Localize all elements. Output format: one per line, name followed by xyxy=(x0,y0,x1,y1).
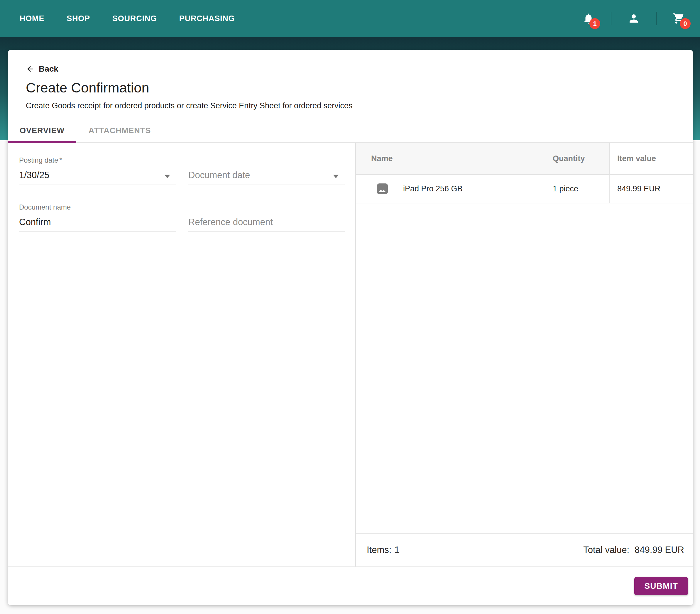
document-name-value: Confirm xyxy=(19,217,51,228)
items-count: Items: 1 xyxy=(367,545,400,555)
document-name-label: Document name xyxy=(19,203,176,212)
column-header-quantity: Quantity xyxy=(553,143,609,174)
nav-item-shop[interactable]: SHOP xyxy=(66,14,90,23)
nav-links: HOME SHOP SOURCING PURCHASING xyxy=(20,14,235,23)
product-image-icon xyxy=(377,183,388,194)
notifications-badge: 1 xyxy=(589,18,600,29)
document-date-input[interactable]: Document date xyxy=(188,168,345,185)
tab-overview[interactable]: OVERVIEW xyxy=(8,119,76,142)
submit-button[interactable]: SUBMIT xyxy=(634,577,688,595)
notifications-button[interactable]: 1 xyxy=(579,9,598,28)
posting-date-dropdown-arrow-icon[interactable] xyxy=(164,175,170,178)
top-navbar: HOME SHOP SOURCING PURCHASING 1 0 xyxy=(0,0,700,37)
table-empty-space xyxy=(356,204,693,533)
account-button[interactable] xyxy=(624,9,643,28)
submit-row: SUBMIT xyxy=(8,566,693,605)
nav-divider xyxy=(656,12,657,25)
page-title: Create Confirmation xyxy=(26,80,675,96)
document-name-input[interactable]: Confirm xyxy=(19,215,176,232)
person-icon xyxy=(627,12,640,25)
reference-document-field: Reference document xyxy=(188,203,345,232)
form-panel: Posting date* 1/30/25 Document date xyxy=(8,143,355,566)
product-name: iPad Pro 256 GB xyxy=(403,184,463,193)
document-date-field: Document date xyxy=(188,156,345,185)
nav-divider xyxy=(611,12,611,25)
back-label: Back xyxy=(39,64,58,74)
total-value-label: Total value: xyxy=(583,545,629,555)
posting-date-field: Posting date* 1/30/25 xyxy=(19,156,176,185)
table-row-left: iPad Pro 256 GB xyxy=(356,175,553,203)
table-header: Name Quantity Item value xyxy=(356,143,693,175)
reference-document-label-spacer xyxy=(188,203,345,212)
document-date-dropdown-arrow-icon[interactable] xyxy=(333,175,339,178)
nav-item-home[interactable]: HOME xyxy=(20,14,44,23)
nav-item-sourcing[interactable]: SOURCING xyxy=(112,14,157,23)
product-quantity: 1 piece xyxy=(553,175,609,203)
required-marker: * xyxy=(59,156,62,164)
cart-button[interactable]: 0 xyxy=(670,9,688,28)
posting-date-value: 1/30/25 xyxy=(19,170,49,181)
document-date-label-spacer xyxy=(188,156,345,165)
reference-document-placeholder: Reference document xyxy=(188,217,273,228)
column-header-name: Name xyxy=(356,143,553,174)
nav-actions: 1 0 xyxy=(579,9,688,28)
document-name-field: Document name Confirm xyxy=(19,203,176,232)
back-arrow-icon xyxy=(26,64,35,73)
items-table-panel: Name Quantity Item value iPad Pro 256 GB… xyxy=(355,143,693,566)
total-value: Total value: 849.99 EUR xyxy=(583,545,684,555)
card-header: Back Create Confirmation Create Goods re… xyxy=(8,50,693,110)
total-value-amount: 849.99 EUR xyxy=(635,545,684,555)
reference-document-input[interactable]: Reference document xyxy=(188,215,345,232)
back-button[interactable]: Back xyxy=(26,64,58,74)
cart-badge: 0 xyxy=(680,18,691,29)
table-header-left: Name Quantity xyxy=(356,143,609,174)
tab-attachments[interactable]: ATTACHMENTS xyxy=(76,119,163,142)
posting-date-input[interactable]: 1/30/25 xyxy=(19,168,176,185)
table-row[interactable]: iPad Pro 256 GB 1 piece 849.99 EUR xyxy=(356,175,693,204)
posting-date-label: Posting date* xyxy=(19,156,176,165)
table-footer: Items: 1 Total value: 849.99 EUR xyxy=(356,533,693,566)
document-date-placeholder: Document date xyxy=(188,170,250,181)
nav-item-purchasing[interactable]: PURCHASING xyxy=(179,14,235,23)
overview-content: Posting date* 1/30/25 Document date xyxy=(8,143,693,566)
create-confirmation-card: Back Create Confirmation Create Goods re… xyxy=(8,50,693,605)
page-subtitle: Create Goods receipt for ordered product… xyxy=(26,101,675,110)
tab-bar: OVERVIEW ATTACHMENTS xyxy=(8,119,693,143)
column-header-item-value: Item value xyxy=(609,143,693,174)
product-item-value: 849.99 EUR xyxy=(609,175,693,203)
